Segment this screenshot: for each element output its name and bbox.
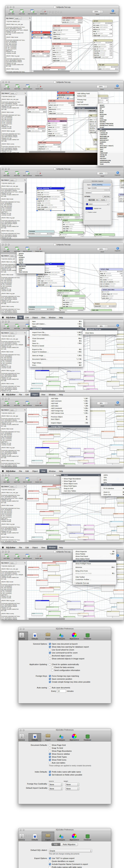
- er-field-row-notes[interactable]: notesTEXT: [48, 111, 76, 113]
- er-field-row-timestamp[interactable]: TIMESTAMPTIMESTAMP: [48, 135, 67, 136]
- er-field-row-school-id[interactable]: school_idINTEGER+: [99, 275, 123, 277]
- inspector-button[interactable]: i: [116, 554, 119, 557]
- er-field-row-dob[interactable]: DOBDATE: [93, 31, 113, 33]
- er-field-row-attachment[interactable]: attachmentBLOB: [38, 148, 61, 150]
- zoom-stepper-arrows[interactable]: ▲▼: [100, 10, 103, 13]
- refresh-icon[interactable]: ↻: [25, 332, 26, 334]
- er-table-season[interactable]: SeasonSeasonsIDINTEGERU+ANP: [94, 303, 116, 307]
- inspector-button[interactable]: i: [116, 85, 119, 87]
- er-field-row-project-id[interactable]: project_idINTEGER+NF: [57, 216, 79, 218]
- mini-table-person[interactable]: person: [47, 565, 59, 572]
- menu-item-zoom-area[interactable]: Zoom Area: [101, 484, 124, 486]
- toolbar-button-delete-item[interactable]: ×Delete Item: [34, 477, 44, 483]
- selection-handle[interactable]: [35, 456, 36, 456]
- selection-handle[interactable]: [35, 379, 36, 379]
- menu-item-clear-menu[interactable]: Clear Menu: [83, 332, 117, 334]
- er-field-row-date[interactable]: dateDATETIME: [48, 122, 67, 124]
- menu-item-decimal[interactable]: DECIMAL: [97, 121, 124, 123]
- menu-item-primary-key[interactable]: Primary Key: [75, 98, 98, 101]
- cardinality-source-popup[interactable]: None▲ ▼: [49, 787, 63, 790]
- er-field-row-education-system[interactable]: education_systemVARCHAR(255)?: [37, 274, 64, 276]
- menu-item-delete-field[interactable]: Delete Field: [75, 95, 98, 97]
- mini-table-area[interactable]: area: [117, 349, 124, 352]
- cardinality-target-popup[interactable]: None▲ ▼: [66, 783, 79, 786]
- menu-item-fit-to-window[interactable]: Fit To Window⌘0: [101, 487, 124, 490]
- menu-item-oracle[interactable]: Oracle: [16, 260, 45, 262]
- er-field-row-first-name[interactable]: first_nameVARCHAR(30)N: [93, 24, 113, 26]
- menu-item-numeric[interactable]: NUMERIC: [97, 141, 124, 143]
- mini-table-tender-price[interactable]: tender_price: [107, 458, 120, 463]
- checkbox-use-scroll-wheel-for-zoom[interactable]: [49, 649, 51, 651]
- er-field-row-type[interactable]: typeINTEGER?+: [53, 31, 80, 33]
- menu-bar-item-view[interactable]: View: [40, 316, 47, 319]
- menu-item-hide-toolbar[interactable]: Hide Toolbar: [73, 576, 116, 578]
- selection-handle[interactable]: [35, 600, 36, 601]
- er-field-row-sample-id[interactable]: sample_idINTEGER+F: [48, 133, 67, 135]
- schema-field[interactable]: [92, 191, 111, 194]
- mini-table-publisher[interactable]: publisher: [83, 616, 95, 618]
- menu-item-varbinary-255[interactable]: VARBINARY(255): [97, 159, 124, 161]
- er-field-row-id[interactable]: idINTEGERU+ANP: [38, 144, 61, 146]
- mini-table-city[interactable]: city: [117, 497, 124, 501]
- menu-item-show-label-panel[interactable]: Show Label Panel: [73, 560, 116, 562]
- mini-table-task[interactable]: task: [46, 462, 60, 465]
- mini-table-com-competitor[interactable]: com_competitor: [40, 511, 54, 516]
- mini-table-task[interactable]: task: [46, 615, 60, 618]
- checkbox-open-new-document-at-launch[interactable]: [49, 643, 51, 645]
- selection-handle[interactable]: [50, 34, 52, 36]
- toolbar-button-delete-item[interactable]: ×Delete Item: [34, 247, 44, 252]
- menu-item-auto-size-tables[interactable]: Auto Size Tables: [61, 490, 101, 492]
- er-table-task[interactable]: taskidINTEGER+ANPproject_idINTEGER+Fpare…: [59, 231, 84, 237]
- er-field-row-series-id[interactable]: series_idINTEGER: [102, 295, 124, 297]
- er-field-row-title[interactable]: titleVARCHAR(255): [63, 299, 85, 301]
- menu-bar-item-view[interactable]: View: [40, 469, 47, 473]
- mini-table-tender[interactable]: tender: [117, 449, 124, 456]
- toolbar-button-add-table[interactable]: +Add Table: [2, 554, 12, 559]
- menu-item-save-as-image[interactable]: Save as Image …⌥⌘S: [30, 354, 83, 356]
- toolbar-button-add-table[interactable]: +Add Table: [2, 324, 12, 329]
- checkbox-check-for-beta-versions[interactable]: [51, 666, 53, 669]
- mini-table-governorate[interactable]: governorate: [116, 415, 124, 420]
- mini-table-org[interactable]: org: [48, 575, 60, 582]
- er-field-row-id[interactable]: idINTEGER: [102, 291, 124, 293]
- er-field-row-timestamp[interactable]: TIMESTAMPTIMESTAMP: [93, 35, 113, 37]
- er-field-row-segment-id[interactable]: segment_idINTEGER?+F: [37, 276, 64, 278]
- menu-bar-item-object[interactable]: Object: [31, 546, 40, 550]
- scrollbar-thumb[interactable]: [29, 618, 65, 620]
- mini-table-project-members-assn[interactable]: project_members_assn: [46, 607, 59, 610]
- menu-item-add-table[interactable]: Add Table⌥⌘T: [48, 397, 90, 400]
- er-table-com-note[interactable]: com_noteidINTEGERU+ANPschool_com_idINTEG…: [48, 100, 76, 115]
- er-field-row-type[interactable]: typeINTEGER?+F: [48, 128, 67, 130]
- menu-bar-item-file[interactable]: File: [17, 316, 24, 319]
- toolbar-button-add-comment[interactable]: +Add Comment: [22, 247, 32, 252]
- er-field-row-description[interactable]: descriptionTEXT: [63, 301, 85, 304]
- refresh-icon[interactable]: ↻: [25, 179, 26, 181]
- menu-item-save[interactable]: Save⌘S: [30, 340, 83, 342]
- add-field-button[interactable]: Add Field: [103, 195, 111, 197]
- menu-bar-item-file[interactable]: File: [17, 469, 24, 473]
- scrollbar-thumb[interactable]: [29, 151, 65, 153]
- scrollbar-thumb[interactable]: [29, 540, 65, 542]
- menu-item-minimize[interactable]: Minimize⌘M: [73, 566, 116, 568]
- selection-handle[interactable]: [36, 286, 38, 287]
- selection-handle[interactable]: [35, 370, 36, 371]
- selection-handle[interactable]: [49, 370, 49, 371]
- er-field-row-type[interactable]: typeINTEGER?+: [48, 106, 76, 108]
- menu-bar-item-file[interactable]: File: [17, 546, 24, 550]
- toolbar-button-delete-item[interactable]: ×Delete Item: [34, 171, 44, 176]
- menu-item-time[interactable]: TIME: [97, 150, 124, 152]
- er-table-school-marketing[interactable]: school_marketingidINTEGERU+ANPauto_userI…: [37, 187, 65, 211]
- menu-bar-item-help[interactable]: Help: [57, 393, 65, 397]
- er-table-season[interactable]: SeasonSeasonsIDINTEGERU+ANP: [117, 213, 124, 217]
- mini-table-school-stage[interactable]: school_stage: [67, 524, 81, 532]
- er-field-row-name[interactable]: nameVARCHAR(50): [120, 186, 124, 188]
- checkbox-show-field-types[interactable]: [49, 756, 51, 758]
- sql-dialect-popup[interactable]: mysql▲▼: [9, 409, 16, 411]
- selection-handle[interactable]: [64, 274, 65, 276]
- er-field-row-educons[interactable]: EduConsINTEGER+F: [93, 54, 113, 56]
- menu-item-integer[interactable]: ✓INTEGER: [97, 130, 124, 132]
- menu-bar-item-help[interactable]: Help: [57, 316, 65, 319]
- zoom-stepper[interactable]: 38%▲▼: [97, 402, 108, 405]
- er-table-com-scbool-type[interactable]: com_scbool_typeidINTEGERU+ANPnameVARCHAR…: [32, 50, 50, 57]
- highlight-style-popup[interactable]: custom▲▼: [86, 203, 110, 205]
